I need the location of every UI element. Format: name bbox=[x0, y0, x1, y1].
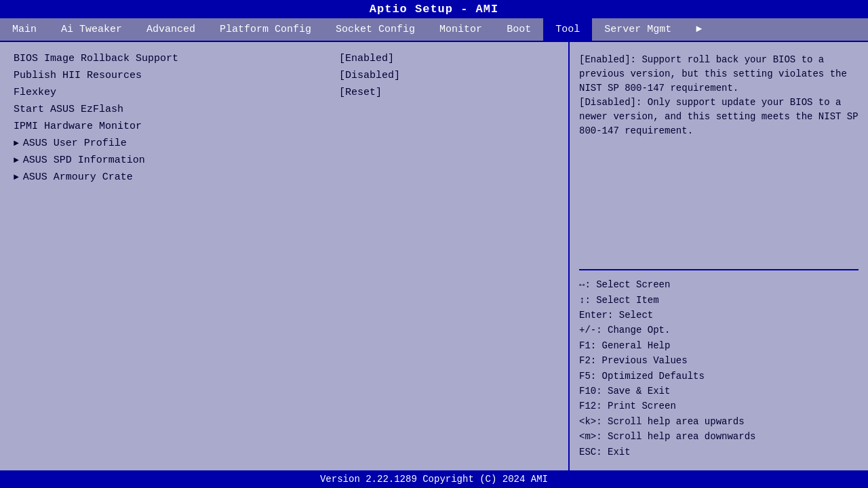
submenu-arrow-6: ► bbox=[14, 155, 19, 165]
help-divider bbox=[579, 269, 859, 270]
menu-label-6: ►ASUS SPD Information bbox=[14, 155, 339, 166]
menu-label-1: Publish HII Resources bbox=[14, 70, 339, 81]
menu-label-text-4: IPMI Hardware Monitor bbox=[14, 121, 142, 132]
menu-label-text-3: Start ASUS EzFlash bbox=[14, 104, 123, 115]
nav-item-boot[interactable]: Boot bbox=[494, 18, 543, 41]
key-hint-11: ESC: Exit bbox=[579, 445, 859, 460]
menu-label-7: ►ASUS Armoury Crate bbox=[14, 171, 339, 183]
submenu-arrow-7: ► bbox=[14, 172, 19, 182]
menu-label-5: ►ASUS User Profile bbox=[14, 138, 339, 149]
menu-value-1: [Disabled] bbox=[339, 70, 400, 81]
menu-label-4: IPMI Hardware Monitor bbox=[14, 121, 339, 132]
main-content: BIOS Image Rollback Support[Enabled]Publ… bbox=[0, 42, 868, 470]
key-hint-9: <k>: Scroll help area upwards bbox=[579, 414, 859, 429]
menu-label-text-6: ASUS SPD Information bbox=[23, 155, 145, 166]
menu-label-2: Flexkey bbox=[14, 87, 339, 98]
menu-row-0[interactable]: BIOS Image Rollback Support[Enabled] bbox=[0, 50, 568, 67]
menu-label-text-2: Flexkey bbox=[14, 87, 56, 98]
menu-row-1[interactable]: Publish HII Resources[Disabled] bbox=[0, 67, 568, 84]
key-hint-5: F2: Previous Values bbox=[579, 353, 859, 368]
key-hint-0: ↔: Select Screen bbox=[579, 277, 859, 292]
menu-label-3: Start ASUS EzFlash bbox=[14, 104, 339, 115]
key-hint-10: <m>: Scroll help area downwards bbox=[579, 429, 859, 444]
menu-row-2[interactable]: Flexkey[Reset] bbox=[0, 84, 568, 101]
key-hint-1: ↕: Select Item bbox=[579, 293, 859, 308]
left-panel: BIOS Image Rollback Support[Enabled]Publ… bbox=[0, 42, 570, 470]
menu-label-text-7: ASUS Armoury Crate bbox=[23, 171, 133, 183]
nav-more-arrow[interactable]: ► bbox=[684, 18, 714, 41]
submenu-arrow-5: ► bbox=[14, 138, 19, 148]
menu-value-2: [Reset] bbox=[339, 87, 382, 98]
nav-item-socket-config[interactable]: Socket Config bbox=[323, 18, 427, 41]
menu-row-7[interactable]: ►ASUS Armoury Crate bbox=[0, 169, 568, 186]
key-hint-3: +/-: Change Opt. bbox=[579, 323, 859, 338]
menu-label-text-0: BIOS Image Rollback Support bbox=[14, 53, 178, 64]
menu-row-5[interactable]: ►ASUS User Profile bbox=[0, 135, 568, 152]
nav-item-server-mgmt[interactable]: Server Mgmt bbox=[592, 18, 684, 41]
footer-text: Version 2.22.1289 Copyright (C) 2024 AMI bbox=[320, 474, 548, 485]
title-bar: Aptio Setup - AMI bbox=[0, 0, 868, 18]
title-text: Aptio Setup - AMI bbox=[370, 3, 498, 16]
menu-row-3[interactable]: Start ASUS EzFlash bbox=[0, 101, 568, 118]
nav-item-tool[interactable]: Tool bbox=[543, 18, 592, 41]
key-hint-7: F10: Save & Exit bbox=[579, 384, 859, 399]
nav-item-monitor[interactable]: Monitor bbox=[427, 18, 494, 41]
nav-item-advanced[interactable]: Advanced bbox=[134, 18, 208, 41]
menu-label-text-5: ASUS User Profile bbox=[23, 138, 127, 149]
help-text: [Enabled]: Support roll back your BIOS t… bbox=[579, 53, 859, 262]
nav-item-main[interactable]: Main bbox=[0, 18, 49, 41]
key-hints: ↔: Select Screen↕: Select ItemEnter: Sel… bbox=[579, 277, 859, 460]
nav-item-ai-tweaker[interactable]: Ai Tweaker bbox=[49, 18, 134, 41]
nav-item-platform-config[interactable]: Platform Config bbox=[208, 18, 323, 41]
right-panel: [Enabled]: Support roll back your BIOS t… bbox=[570, 42, 868, 470]
key-hint-8: F12: Print Screen bbox=[579, 399, 859, 413]
menu-label-text-1: Publish HII Resources bbox=[14, 70, 142, 81]
menu-value-0: [Enabled] bbox=[339, 53, 394, 64]
menu-row-6[interactable]: ►ASUS SPD Information bbox=[0, 152, 568, 169]
key-hint-6: F5: Optimized Defaults bbox=[579, 369, 859, 384]
footer: Version 2.22.1289 Copyright (C) 2024 AMI bbox=[0, 470, 868, 488]
key-hint-2: Enter: Select bbox=[579, 308, 859, 323]
menu-row-4[interactable]: IPMI Hardware Monitor bbox=[0, 118, 568, 135]
nav-bar: MainAi TweakerAdvancedPlatform ConfigSoc… bbox=[0, 18, 868, 42]
key-hint-4: F1: General Help bbox=[579, 338, 859, 353]
menu-label-0: BIOS Image Rollback Support bbox=[14, 53, 339, 64]
